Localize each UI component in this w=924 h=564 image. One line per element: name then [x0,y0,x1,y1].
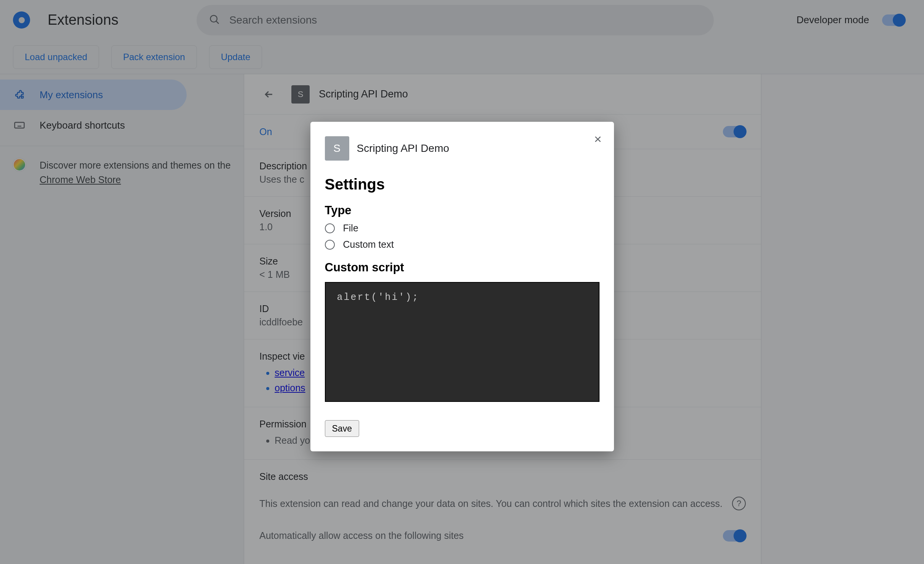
close-icon[interactable]: × [594,132,602,145]
settings-heading: Settings [325,176,599,193]
type-heading: Type [325,204,599,217]
type-option-file[interactable]: File [325,223,599,234]
type-option-custom-text[interactable]: Custom text [325,239,599,250]
custom-script-heading: Custom script [325,261,599,274]
radio-label: File [343,223,358,234]
modal-extension-name: Scripting API Demo [357,142,449,155]
modal-extension-badge: S [325,136,349,161]
radio-icon [325,223,335,233]
custom-script-textarea[interactable] [325,282,599,402]
modal-scrim[interactable]: × S Scripting API Demo Settings Type Fil… [0,0,924,564]
save-button[interactable]: Save [325,420,359,437]
radio-label: Custom text [343,239,394,250]
settings-modal: × S Scripting API Demo Settings Type Fil… [310,122,614,451]
radio-icon [325,240,335,250]
